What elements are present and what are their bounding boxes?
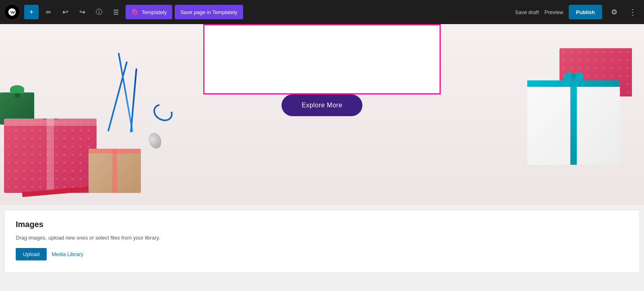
gift-pink-large — [4, 119, 97, 193]
save-draft-button[interactable]: Save draft — [515, 9, 539, 15]
publish-button[interactable]: Publish — [569, 5, 602, 19]
undo-button[interactable]: ↩ — [58, 5, 72, 19]
more-options-button[interactable]: ⋮ — [626, 6, 639, 18]
images-panel-title: Images — [16, 220, 628, 229]
upload-button[interactable]: Upload — [16, 248, 47, 260]
toolbar: + ✏ ↩ ↪ ⓘ ☰ 🟣 Templately Save page in Te… — [0, 0, 644, 24]
templately-icon: 🟣 — [131, 8, 139, 16]
redo-icon: ↪ — [79, 8, 85, 16]
preview-button[interactable]: Preview — [545, 9, 563, 15]
images-panel: Images Drag images, upload new ones or s… — [4, 210, 640, 273]
left-gifts — [0, 32, 193, 205]
info-icon: ⓘ — [96, 8, 102, 16]
right-gifts — [503, 48, 632, 189]
hero-section: Explore More — [0, 24, 644, 205]
images-panel-description: Drag images, upload new ones or select f… — [16, 235, 628, 241]
wordpress-logo[interactable] — [5, 5, 19, 19]
list-view-button[interactable]: ☰ — [109, 5, 123, 19]
explore-more-button[interactable]: Explore More — [281, 94, 362, 116]
settings-button[interactable]: ⚙ — [608, 6, 621, 18]
hero-background: Explore More — [0, 24, 644, 205]
streamer-3 — [130, 68, 137, 133]
settings-icon: ⚙ — [611, 8, 617, 16]
streamer-1 — [107, 61, 128, 132]
content-card — [203, 24, 441, 94]
toolbar-right: Save draft Preview Publish ⚙ ⋮ — [515, 5, 639, 19]
save-templately-button[interactable]: Save page in Templately — [175, 5, 243, 19]
pencil-icon: ✏ — [46, 8, 51, 16]
main-content: Explore More Images Drag images, upload … — [0, 24, 644, 291]
info-button[interactable]: ⓘ — [92, 5, 106, 19]
silver-object — [147, 131, 163, 150]
tools-button[interactable]: ✏ — [41, 5, 56, 19]
list-icon: ☰ — [113, 8, 119, 16]
images-actions: Upload Media Library — [16, 248, 628, 260]
streamer-curl — [150, 100, 175, 125]
gift-beige — [89, 149, 141, 193]
templately-button[interactable]: 🟣 Templately — [126, 5, 172, 19]
redo-button[interactable]: ↪ — [75, 5, 89, 19]
more-options-icon: ⋮ — [629, 7, 637, 17]
undo-icon: ↩ — [62, 8, 68, 16]
add-block-button[interactable]: + — [24, 5, 39, 19]
media-library-link[interactable]: Media Library — [52, 251, 83, 257]
